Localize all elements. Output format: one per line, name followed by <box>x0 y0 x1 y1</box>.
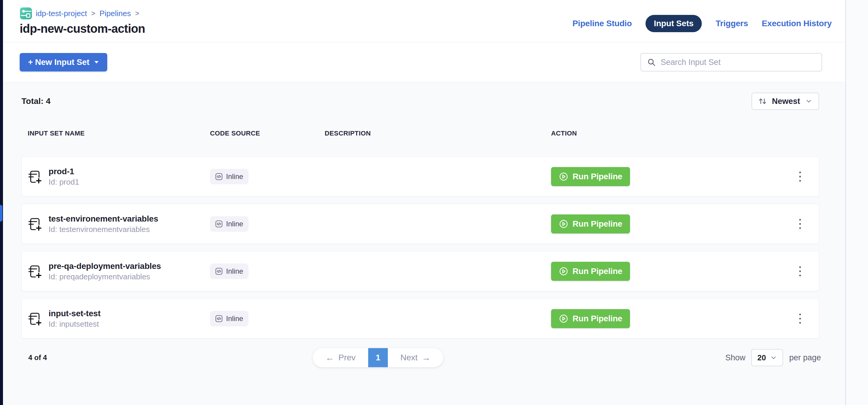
code-source-badge: Inline <box>210 311 248 326</box>
input-set-name: input-set-test <box>49 308 101 319</box>
kebab-icon <box>799 170 802 183</box>
action-cell: Run Pipeline <box>551 262 788 281</box>
breadcrumb-project-link[interactable]: idp-test-project <box>36 9 87 18</box>
run-pipeline-button[interactable]: Run Pipeline <box>551 214 630 233</box>
row-menu-button[interactable] <box>792 311 808 326</box>
play-icon <box>559 172 568 181</box>
main-area: idp-test-project > Pipelines > idp-new-c… <box>3 0 845 405</box>
new-input-set-label: + New Input Set <box>28 58 89 67</box>
input-set-name-cell: test-environement-variables Id: testenvi… <box>28 214 210 235</box>
right-gutter <box>845 0 868 405</box>
page-size-value: 20 <box>757 353 766 363</box>
kebab-icon <box>799 265 802 277</box>
page-number-1[interactable]: 1 <box>368 348 388 367</box>
arrow-left-icon: ← <box>325 353 334 362</box>
input-set-id: Id: inputsettest <box>49 319 101 329</box>
run-pipeline-label: Run Pipeline <box>572 172 622 181</box>
code-source-badge: Inline <box>210 263 248 279</box>
per-page-label: per page <box>789 353 821 363</box>
input-set-id: Id: prod1 <box>49 177 79 187</box>
input-set-name-cell: prod-1 Id: prod1 <box>28 166 210 187</box>
pipeline-project-icon <box>20 7 32 20</box>
input-set-icon <box>28 264 41 278</box>
page-size-select[interactable]: 20 <box>751 349 783 366</box>
table-header-row: INPUT SET NAME CODE SOURCE DESCRIPTION A… <box>22 128 819 138</box>
input-set-rows: prod-1 Id: prod1 <box>22 156 819 339</box>
screen: idp-test-project > Pipelines > idp-new-c… <box>0 0 868 405</box>
row-menu-button[interactable] <box>792 263 808 279</box>
action-cell: Run Pipeline <box>551 214 788 233</box>
search-input[interactable] <box>661 58 815 67</box>
breadcrumb-pipelines-link[interactable]: Pipelines <box>99 9 131 18</box>
code-source-label: Inline <box>226 314 243 323</box>
run-pipeline-button[interactable]: Run Pipeline <box>551 262 630 281</box>
inline-code-icon <box>215 268 222 275</box>
chevron-down-icon <box>770 354 777 361</box>
input-set-name-cell: input-set-test Id: inputsettest <box>28 308 210 329</box>
input-set-id: Id: preqadeploymentvariables <box>49 272 161 282</box>
search-icon <box>647 58 656 67</box>
code-source-cell: Inline <box>210 311 248 326</box>
input-sets-content: Total: 4 Newest <box>3 83 845 405</box>
action-cell: Run Pipeline <box>551 309 788 328</box>
inline-code-icon <box>215 173 222 180</box>
input-set-name: pre-qa-deployment-variables <box>49 261 161 272</box>
code-source-label: Inline <box>226 173 243 181</box>
column-header-input-set-name: INPUT SET NAME <box>28 129 210 137</box>
tab-input-sets[interactable]: Input Sets <box>646 15 702 32</box>
pipeline-tabs: Pipeline Studio Input Sets Triggers Exec… <box>572 15 832 32</box>
code-source-cell: Inline <box>210 216 248 232</box>
show-label: Show <box>725 353 746 363</box>
next-page-button[interactable]: Next → <box>388 348 443 367</box>
page-size-group: Show 20 per page <box>725 349 821 366</box>
sort-value-label: Newest <box>772 97 800 106</box>
run-pipeline-button[interactable]: Run Pipeline <box>551 167 630 186</box>
play-icon <box>559 219 568 229</box>
tab-pipeline-studio[interactable]: Pipeline Studio <box>572 19 632 28</box>
total-count-label: Total: 4 <box>22 96 50 106</box>
input-set-icon <box>28 217 41 231</box>
kebab-icon <box>799 313 802 324</box>
pagination-range-label: 4 of 4 <box>28 353 47 362</box>
kebab-icon <box>799 218 802 230</box>
inline-code-icon <box>215 315 222 322</box>
arrow-right-icon: → <box>422 353 431 362</box>
toolbar: + New Input Set <box>3 42 845 83</box>
code-source-badge: Inline <box>210 216 248 232</box>
caret-down-icon <box>94 61 99 64</box>
input-set-row[interactable]: pre-qa-deployment-variables Id: preqadep… <box>22 251 819 291</box>
input-set-icon <box>28 312 41 325</box>
code-source-badge: Inline <box>210 169 248 184</box>
run-pipeline-label: Run Pipeline <box>572 314 622 323</box>
run-pipeline-label: Run Pipeline <box>572 219 622 229</box>
sort-dropdown[interactable]: Newest <box>751 93 819 110</box>
input-set-icon <box>28 170 41 183</box>
input-set-row[interactable]: prod-1 Id: prod1 <box>22 156 819 196</box>
inline-code-icon <box>215 220 222 227</box>
play-icon <box>559 267 568 276</box>
action-cell: Run Pipeline <box>551 167 788 186</box>
input-set-name: prod-1 <box>49 166 79 177</box>
search-box <box>641 53 822 71</box>
breadcrumb-separator: > <box>91 9 96 18</box>
tab-triggers[interactable]: Triggers <box>715 19 748 28</box>
code-source-cell: Inline <box>210 169 248 184</box>
next-label: Next <box>400 353 417 363</box>
play-icon <box>559 314 568 323</box>
page-header: idp-test-project > Pipelines > idp-new-c… <box>3 0 845 42</box>
pager: ← Prev 1 Next → <box>313 348 443 367</box>
input-set-name-cell: pre-qa-deployment-variables Id: preqadep… <box>28 261 210 282</box>
tab-execution-history[interactable]: Execution History <box>762 19 832 28</box>
input-set-row[interactable]: test-environement-variables Id: testenvi… <box>22 204 819 244</box>
row-menu-button[interactable] <box>792 216 808 232</box>
run-pipeline-button[interactable]: Run Pipeline <box>551 309 630 328</box>
code-source-label: Inline <box>226 220 243 228</box>
column-header-description: DESCRIPTION <box>325 129 551 137</box>
code-source-cell: Inline <box>210 263 248 279</box>
collapsed-left-nav-rail <box>0 0 3 405</box>
prev-page-button[interactable]: ← Prev <box>313 348 368 367</box>
nav-resize-handle[interactable] <box>0 205 2 222</box>
row-menu-button[interactable] <box>792 169 808 184</box>
input-set-row[interactable]: input-set-test Id: inputsettest <box>22 299 819 339</box>
new-input-set-button[interactable]: + New Input Set <box>20 53 107 71</box>
